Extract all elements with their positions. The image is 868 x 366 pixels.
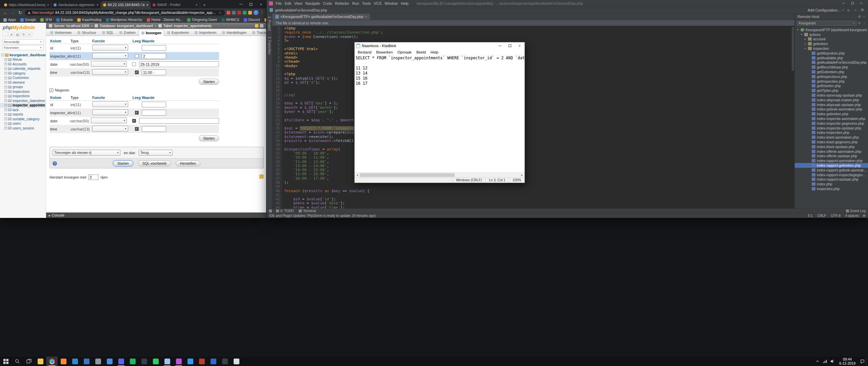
bookmark-item[interactable]: Eduarte [56, 18, 73, 22]
settings-icon[interactable]: ⚙ [21, 32, 26, 37]
stripe-tab[interactable]: 2: Favorites [268, 37, 271, 54]
taskbar-clock[interactable]: 09:44 6-12-2019 [836, 357, 859, 365]
pma-tab-invoegen[interactable]: Invoegen [139, 29, 164, 36]
sidebar-table-item[interactable]: +groups [0, 85, 46, 89]
taskbar-app-notepad[interactable] [161, 357, 173, 366]
not-secure-warning-icon[interactable] [28, 12, 31, 14]
search-icon[interactable]: ⌕ [854, 8, 856, 12]
bookmark-item[interactable]: Discord [244, 18, 260, 22]
sidebar-table-item[interactable]: +Customers [0, 76, 46, 80]
not-secure-label[interactable]: Niet beveiligd [32, 11, 54, 15]
extension-icon-3[interactable] [237, 11, 241, 15]
expand-icon[interactable]: + [4, 77, 7, 79]
refresh-icon[interactable]: ↻ [858, 21, 861, 25]
function-select[interactable] [92, 45, 128, 50]
taskbar-app-steam[interactable] [138, 357, 150, 366]
function-select[interactable] [92, 69, 128, 75]
bookmark-item[interactable]: Home - Zlemon Ho... [147, 18, 183, 22]
expand-icon[interactable]: + [4, 127, 7, 129]
sidebar-table-item[interactable]: +reports [0, 112, 46, 117]
value-input[interactable] [142, 126, 166, 132]
maximize-button[interactable] [505, 42, 515, 49]
file-row[interactable]: index-rapport-opslaan.php [795, 177, 868, 182]
extension-icon-4[interactable] [243, 11, 246, 15]
file-row[interactable]: index-afspraak-opslaan.php [795, 102, 868, 107]
extension-icon-1[interactable] [226, 11, 230, 15]
navbar-file[interactable]: getAvailableForSecondDay.php [275, 8, 327, 12]
value-input[interactable] [142, 102, 166, 107]
gear-icon[interactable]: ⚙ [858, 15, 861, 18]
code-editor[interactable]: 1234567891011121314151617181920212223242… [272, 26, 794, 208]
bookmark-item[interactable]: 3FM [40, 18, 52, 22]
file-row[interactable]: index-aanvraag-opslaan.php [795, 93, 868, 98]
sidebar-table-item[interactable]: +calendar_requests [0, 66, 46, 71]
menu-file[interactable]: File [276, 1, 282, 5]
file-row[interactable]: getTijden.php [795, 88, 868, 93]
add-configuration-button[interactable]: Add Configuration... ▼ [808, 8, 844, 12]
tray-chevron-icon[interactable] [814, 357, 821, 366]
file-row[interactable]: getAvailable.php [795, 56, 868, 60]
sidebar-table-item[interactable]: +inspection_datestimes [0, 99, 46, 103]
pma-tab-verkennen[interactable]: Verkennen [47, 29, 74, 36]
file-row[interactable]: index-klant-gegevens.php [795, 140, 868, 144]
stripe-tab[interactable]: 1: Project [268, 16, 271, 30]
settings-icon[interactable]: ⚙ [861, 8, 864, 12]
hide-panel-icon[interactable]: ─ [863, 15, 865, 18]
null-checkbox[interactable]: ✓ [135, 111, 139, 115]
extension-icon-2[interactable] [232, 11, 236, 15]
go-button[interactable]: Starten [113, 160, 133, 166]
file-row[interactable]: index-inspectie-opslaan.php [795, 126, 868, 130]
taskbar-app-vscode[interactable] [184, 357, 196, 366]
tab-close-icon[interactable]: × [97, 3, 99, 7]
scroll-right-icon[interactable]: ▸ [519, 174, 525, 177]
expand-icon[interactable]: + [4, 113, 7, 116]
favorite-tables-select[interactable]: Favorieten ▼ [2, 45, 44, 50]
pma-console-bar[interactable]: ▸ Console [46, 212, 266, 218]
menu-window[interactable]: Window [384, 1, 398, 5]
page-settings-icon[interactable] [260, 24, 263, 27]
expand-icon[interactable]: + [4, 122, 7, 125]
menu-bewerken[interactable]: Bewerken [374, 50, 395, 54]
menu-bestand[interactable]: Bestand [355, 50, 374, 54]
tab-close-icon[interactable]: × [146, 3, 149, 7]
file-row[interactable]: getKlanten.php [795, 84, 868, 88]
notepad-horizontal-scrollbar[interactable]: ◂ ▸ [355, 172, 525, 177]
menu-help[interactable]: Help [401, 1, 409, 5]
file-row[interactable]: getAvailableForSecondDay.php [795, 60, 868, 65]
toolwindow-button[interactable]: 6: TODO [276, 209, 294, 213]
taskbar-app-terminal[interactable] [219, 357, 231, 366]
bookmark-star-icon[interactable]: ☆ [218, 11, 222, 15]
breadcrumb-server[interactable]: Server: localhost:3306 [54, 24, 89, 28]
back-icon[interactable]: ← [2, 10, 8, 15]
breadcrumb-table[interactable]: Tabel: inspector_appointments [163, 24, 212, 28]
menu-help[interactable]: Help [428, 50, 441, 54]
taskbar-app-photos[interactable] [104, 357, 115, 366]
folder-row[interactable]: ▾inspecties [795, 46, 868, 51]
menu-run[interactable]: Run [352, 1, 359, 5]
file-row[interactable]: index-klant-opslaan.php [795, 144, 868, 149]
expand-icon[interactable]: + [4, 58, 7, 61]
menu-tools[interactable]: Tools [362, 1, 371, 5]
refresh-icon[interactable]: ↻ [27, 32, 32, 37]
scroll-top-button[interactable] [259, 175, 263, 179]
action-center-icon[interactable] [859, 357, 866, 366]
menu-navigate[interactable]: Navigate [305, 1, 320, 5]
editor-tab[interactable]: <KeurgarantFTP> getAvailableForSecondDay… [272, 14, 371, 20]
sidebar-table-item[interactable]: +Accounts [0, 62, 46, 67]
browser-tab[interactable]: 84.22.103.164:8443 / localhost / ...× [101, 1, 151, 8]
menu-refactor[interactable]: Refactor [335, 1, 349, 5]
file-row[interactable]: getInspecteurs.php [795, 74, 868, 79]
close-button[interactable]: × [515, 42, 525, 49]
taskbar-app-edge[interactable] [69, 357, 81, 366]
folder-row[interactable]: ▸gebreken [795, 41, 868, 46]
logout-icon[interactable]: ⊗ [9, 32, 14, 37]
menu-view[interactable]: View [294, 1, 302, 5]
file-row[interactable]: getGebreken.php [795, 69, 868, 74]
search-button[interactable] [12, 357, 23, 366]
taskbar-app-paint3d[interactable] [231, 357, 242, 366]
taskbar-app-discord[interactable] [115, 357, 127, 366]
restart-count-input[interactable] [88, 175, 98, 180]
menu-code[interactable]: Code [323, 1, 332, 5]
minimize-button[interactable] [495, 42, 505, 49]
file-row[interactable]: index-rapport-inspectiegegevens.p [795, 172, 868, 177]
